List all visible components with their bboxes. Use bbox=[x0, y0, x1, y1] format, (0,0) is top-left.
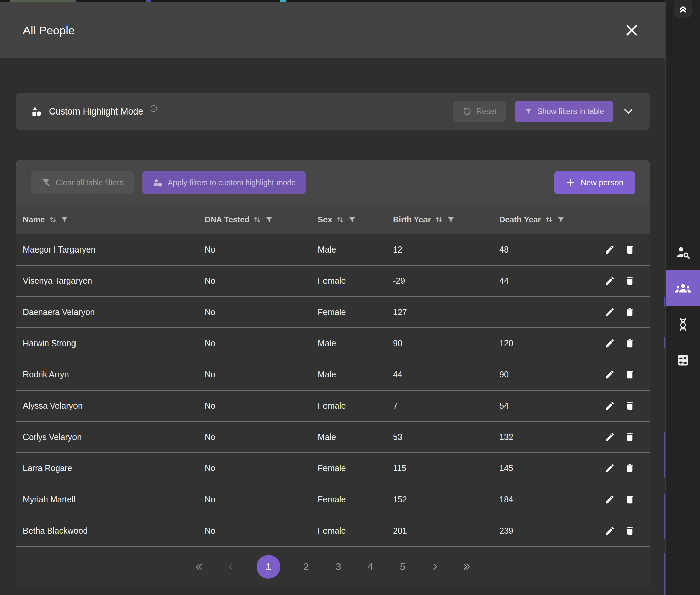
dna-icon bbox=[675, 317, 690, 332]
filter-icon[interactable] bbox=[266, 216, 273, 224]
info-icon[interactable] bbox=[150, 105, 158, 112]
delete-person-button[interactable] bbox=[625, 307, 635, 317]
cell-sex: Female bbox=[318, 401, 393, 410]
sort-icon[interactable] bbox=[253, 215, 262, 224]
table-row: Harwin Strong No Male 90 120 bbox=[16, 328, 650, 359]
column-header-death-year[interactable]: Death Year bbox=[499, 215, 603, 224]
cell-name: Daenaera Velaryon bbox=[23, 307, 205, 317]
sort-icon[interactable] bbox=[336, 215, 345, 224]
column-header-sex[interactable]: Sex bbox=[318, 215, 393, 224]
row-actions bbox=[603, 276, 635, 286]
pencil-icon bbox=[605, 369, 615, 380]
delete-person-button[interactable] bbox=[625, 338, 635, 348]
previous-page-button[interactable] bbox=[224, 555, 237, 578]
cell-death-year: 132 bbox=[499, 432, 603, 442]
edit-person-button[interactable] bbox=[605, 307, 615, 317]
delete-person-button[interactable] bbox=[625, 463, 635, 474]
pencil-icon bbox=[605, 245, 615, 255]
row-actions bbox=[603, 369, 635, 380]
cell-dna-tested: No bbox=[205, 432, 318, 442]
cell-dna-tested: No bbox=[205, 245, 318, 255]
expand-panel-button[interactable] bbox=[622, 106, 634, 117]
cell-birth-year: 201 bbox=[393, 526, 499, 536]
edit-person-button[interactable] bbox=[605, 432, 615, 442]
cell-name: Rodrik Arryn bbox=[23, 370, 205, 379]
modal-header: All People bbox=[0, 2, 665, 58]
cell-birth-year: 127 bbox=[393, 307, 499, 317]
cell-sex: Female bbox=[318, 494, 393, 504]
pencil-icon bbox=[605, 526, 615, 536]
cell-death-year: 120 bbox=[499, 338, 603, 348]
page-button[interactable]: 5 bbox=[396, 555, 409, 578]
highlight-mode-title: Custom Highlight Mode bbox=[49, 107, 143, 117]
row-actions bbox=[603, 526, 635, 536]
row-actions bbox=[603, 401, 635, 411]
column-header-birth-year[interactable]: Birth Year bbox=[393, 215, 499, 224]
cell-dna-tested: No bbox=[205, 338, 318, 348]
pagination: 1 2 3 4 5 bbox=[16, 546, 650, 587]
page-button[interactable]: 1 bbox=[257, 555, 280, 578]
apply-filters-button[interactable]: Apply filters to custom highlight mode bbox=[142, 171, 306, 194]
delete-person-button[interactable] bbox=[625, 526, 635, 536]
background-fragment bbox=[10, 0, 75, 2]
next-page-button[interactable] bbox=[428, 555, 441, 578]
sort-icon[interactable] bbox=[48, 215, 57, 224]
cell-birth-year: 44 bbox=[393, 370, 499, 379]
edit-person-button[interactable] bbox=[605, 369, 615, 380]
collapse-panel-button[interactable] bbox=[674, 0, 692, 19]
cell-dna-tested: No bbox=[205, 401, 318, 410]
cell-name: Visenya Targaryen bbox=[23, 276, 205, 286]
delete-person-button[interactable] bbox=[625, 369, 635, 380]
delete-person-button[interactable] bbox=[625, 494, 635, 505]
close-button[interactable] bbox=[623, 22, 640, 38]
edit-person-button[interactable] bbox=[605, 401, 615, 411]
table-row: Corlys Velaryon No Male 53 132 bbox=[16, 421, 650, 452]
sidebar-item-person-search[interactable] bbox=[666, 234, 700, 270]
delete-person-button[interactable] bbox=[625, 276, 635, 286]
edit-person-button[interactable] bbox=[605, 526, 615, 536]
background-edge-sliver bbox=[664, 553, 665, 595]
edit-person-button[interactable] bbox=[605, 338, 615, 348]
chevron-down-icon bbox=[622, 106, 634, 117]
filter-icon[interactable] bbox=[61, 216, 68, 224]
delete-person-button[interactable] bbox=[625, 401, 635, 411]
trash-icon bbox=[625, 338, 635, 348]
new-person-button[interactable]: New person bbox=[554, 171, 635, 194]
sort-icon[interactable] bbox=[434, 215, 444, 224]
page-number: 2 bbox=[303, 561, 309, 572]
pencil-icon bbox=[605, 338, 615, 348]
column-header-dna-tested[interactable]: DNA Tested bbox=[205, 215, 318, 224]
table-row: Maegor I Targaryen No Male 12 48 bbox=[16, 234, 650, 265]
filter-icon[interactable] bbox=[447, 216, 455, 224]
clear-filters-button[interactable]: Clear all table filters bbox=[31, 171, 133, 194]
sidebar-item-calculator[interactable] bbox=[666, 342, 700, 378]
show-filters-button[interactable]: Show filters in table bbox=[515, 101, 613, 122]
cell-name: Larra Rogare bbox=[23, 463, 205, 473]
page-button[interactable]: 3 bbox=[332, 555, 345, 578]
edit-person-button[interactable] bbox=[605, 494, 615, 505]
last-page-button[interactable] bbox=[461, 555, 474, 578]
table-header-row: Name DNA Tested Sex Birth Year bbox=[16, 205, 650, 234]
sort-icon[interactable] bbox=[544, 215, 554, 224]
people-group-icon bbox=[674, 280, 691, 297]
background-edge-sliver bbox=[664, 297, 665, 307]
filter-icon[interactable] bbox=[348, 216, 356, 224]
delete-person-button[interactable] bbox=[625, 245, 635, 255]
filter-icon[interactable] bbox=[557, 216, 565, 224]
background-edge-sliver bbox=[664, 494, 665, 539]
edit-person-button[interactable] bbox=[605, 463, 615, 474]
column-header-name[interactable]: Name bbox=[23, 215, 205, 224]
reset-button[interactable]: Reset bbox=[453, 101, 506, 122]
cell-dna-tested: No bbox=[205, 463, 318, 473]
edit-person-button[interactable] bbox=[605, 276, 615, 286]
page-button[interactable]: 4 bbox=[364, 555, 377, 578]
table-row: Myriah Martell No Female 152 184 bbox=[16, 483, 650, 515]
page-number: 5 bbox=[400, 561, 406, 572]
sidebar-item-dna[interactable] bbox=[666, 306, 700, 342]
first-page-button[interactable] bbox=[192, 555, 205, 578]
page-button[interactable]: 2 bbox=[300, 555, 312, 578]
sidebar-item-all-people[interactable] bbox=[666, 270, 700, 306]
table-row: Larra Rogare No Female 115 145 bbox=[16, 452, 650, 483]
edit-person-button[interactable] bbox=[605, 245, 615, 255]
delete-person-button[interactable] bbox=[625, 432, 635, 442]
